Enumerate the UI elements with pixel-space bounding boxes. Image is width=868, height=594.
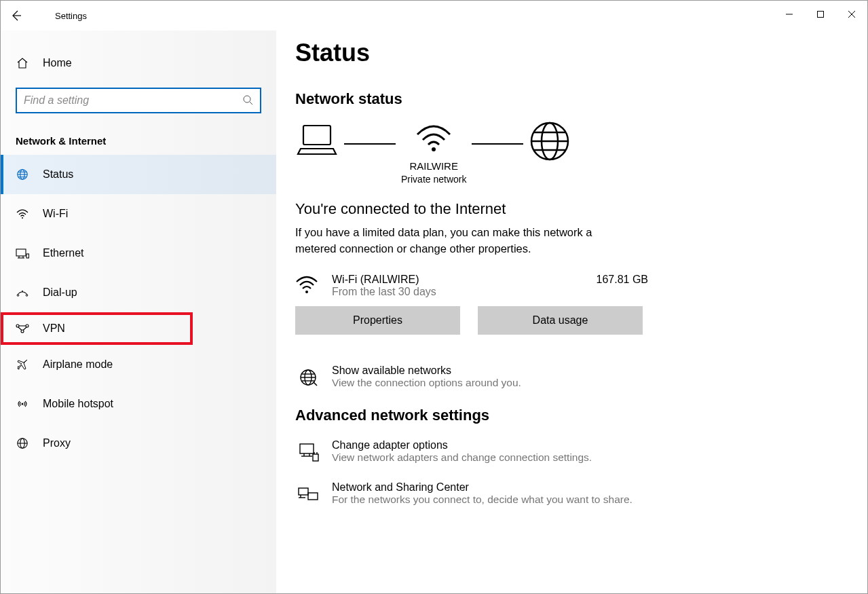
home-nav[interactable]: Home	[1, 48, 276, 78]
sidebar-item-label: Status	[43, 168, 73, 181]
svg-rect-49	[313, 454, 318, 461]
sidebar-item-airplane[interactable]: Airplane mode	[1, 345, 276, 384]
wifi-icon	[16, 208, 29, 220]
sidebar-item-wifi[interactable]: Wi-Fi	[1, 194, 276, 234]
search-icon	[242, 94, 253, 107]
svg-point-38	[305, 291, 308, 293]
properties-button[interactable]: Properties	[295, 306, 460, 335]
connection-row: Wi-Fi (RAILWIRE) From the last 30 days 1…	[295, 274, 648, 298]
adapter-icon	[295, 439, 321, 465]
search-box[interactable]	[16, 88, 261, 113]
svg-rect-31	[303, 126, 331, 145]
globe-icon	[16, 168, 29, 181]
svg-rect-17	[26, 254, 29, 258]
sidebar-item-label: Dial-up	[43, 286, 77, 299]
svg-rect-13	[16, 249, 26, 256]
dialup-icon	[16, 286, 29, 299]
main-content: Status Network status RAILWIRE Private n…	[276, 1, 867, 593]
link-sub: View the connection options around you.	[332, 377, 521, 389]
svg-point-12	[22, 217, 23, 219]
sidebar-item-ethernet[interactable]: Ethernet	[1, 234, 276, 273]
connected-body: If you have a limited data plan, you can…	[295, 225, 635, 257]
sidebar-item-proxy[interactable]: Proxy	[1, 424, 276, 463]
wifi-node-icon: RAILWIRE Private network	[401, 121, 466, 187]
svg-line-6	[250, 102, 252, 105]
svg-point-21	[16, 324, 19, 327]
ethernet-icon	[16, 248, 29, 259]
home-label: Home	[43, 57, 72, 69]
sidebar-item-dialup[interactable]: Dial-up	[1, 273, 276, 312]
sidebar-item-vpn[interactable]: VPN	[1, 312, 193, 345]
svg-rect-53	[308, 493, 318, 500]
svg-point-20	[22, 291, 23, 292]
svg-line-44	[314, 382, 317, 386]
laptop-icon	[295, 122, 339, 185]
internet-icon	[529, 120, 571, 187]
sidebar: Home Network & Internet Status Wi-Fi Eth…	[1, 31, 276, 593]
sidebar-item-label: Proxy	[43, 437, 71, 449]
connection-name: Wi-Fi (RAILWIRE)	[332, 274, 584, 286]
svg-point-22	[26, 324, 29, 327]
svg-rect-45	[300, 444, 314, 453]
svg-rect-52	[299, 488, 308, 495]
network-type: Private network	[401, 173, 466, 187]
svg-point-32	[432, 147, 436, 151]
svg-line-25	[18, 327, 22, 331]
hotspot-icon	[16, 398, 29, 410]
sidebar-item-label: Ethernet	[43, 247, 83, 259]
link-sub: For the networks you connect to, decide …	[332, 494, 633, 506]
sidebar-item-hotspot[interactable]: Mobile hotspot	[1, 384, 276, 424]
section-title: Network status	[295, 90, 848, 108]
svg-line-26	[23, 327, 26, 331]
network-diagram: RAILWIRE Private network	[295, 120, 848, 187]
sidebar-item-label: Wi-Fi	[43, 208, 68, 220]
network-sharing-center[interactable]: Network and Sharing Center For the netwo…	[295, 481, 848, 508]
back-button[interactable]	[1, 1, 31, 31]
home-icon	[16, 57, 29, 69]
svg-point-5	[244, 96, 250, 103]
connected-heading: You're connected to the Internet	[295, 200, 848, 218]
link-sub: View network adapters and change connect…	[332, 451, 592, 464]
globe-icon	[295, 365, 321, 390]
category-label: Network & Internet	[1, 126, 276, 155]
airplane-icon	[16, 358, 29, 371]
sidebar-item-label: Airplane mode	[43, 358, 113, 371]
sharing-icon	[295, 481, 321, 507]
advanced-title: Advanced network settings	[295, 407, 848, 424]
wifi-icon	[295, 274, 320, 297]
link-title: Network and Sharing Center	[332, 481, 633, 494]
link-title: Show available networks	[332, 365, 521, 377]
data-usage-button[interactable]: Data usage	[478, 306, 643, 335]
sidebar-item-label: VPN	[43, 322, 65, 335]
proxy-icon	[16, 437, 29, 449]
sidebar-item-label: Mobile hotspot	[43, 398, 113, 410]
link-title: Change adapter options	[332, 439, 592, 451]
show-available-networks[interactable]: Show available networks View the connect…	[295, 365, 848, 390]
vpn-icon	[16, 324, 29, 333]
svg-point-19	[26, 295, 28, 297]
change-adapter-options[interactable]: Change adapter options View network adap…	[295, 439, 848, 465]
connection-usage: 167.81 GB	[597, 274, 649, 286]
window-title: Settings	[55, 11, 87, 21]
sidebar-item-status[interactable]: Status	[1, 155, 276, 194]
search-input[interactable]	[24, 94, 242, 107]
network-name: RAILWIRE	[401, 159, 466, 173]
page-title: Status	[295, 39, 848, 67]
connection-period: From the last 30 days	[332, 286, 584, 298]
svg-point-18	[17, 295, 19, 297]
svg-point-27	[22, 403, 24, 405]
